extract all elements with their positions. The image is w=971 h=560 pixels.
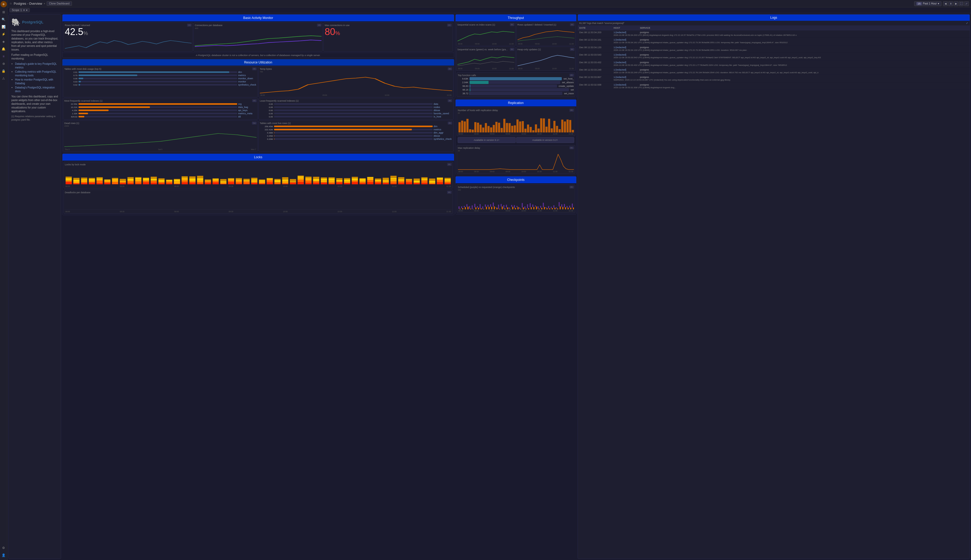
svg-rect-355: [538, 207, 538, 208]
hosts-delay-widget: Number of hosts with replication delay 4…: [457, 107, 575, 136]
svg-rect-241: [437, 180, 443, 182]
svg-rect-75: [182, 182, 187, 184]
svg-rect-313: [482, 207, 483, 209]
svg-rect-92: [205, 181, 211, 182]
checkpoints-header: Checkpoints: [456, 177, 576, 183]
middle-section: Basic Activity Monitor Rows fetched / re…: [62, 14, 454, 559]
svg-rect-33: [112, 179, 118, 180]
svg-rect-235: [429, 184, 435, 184]
sidebar-icon-search[interactable]: 🔍: [0, 16, 7, 23]
svg-rect-263: [490, 127, 492, 132]
prev-btn[interactable]: ◀: [943, 1, 948, 6]
svg-rect-369: [556, 207, 557, 208]
log-entry[interactable]: Dec 08 11:53:34.203 1-[redacted] postgre…: [578, 30, 970, 38]
clone-dashboard-button[interactable]: Clone Dashboard: [47, 1, 72, 6]
svg-rect-146: [290, 182, 296, 183]
sidebar-icon-monitors[interactable]: 🔔: [0, 46, 7, 52]
desc-link-1[interactable]: Datadog's guide to key PostgreSQL metric…: [15, 62, 57, 69]
sidebar-icon-home[interactable]: ⊞: [0, 9, 7, 15]
svg-rect-315: [485, 205, 486, 207]
svg-rect-114: [236, 178, 242, 179]
logs-subheader: 81,587 logs that match "source:postgresq…: [578, 21, 970, 26]
log-entry[interactable]: Dec 08 11:53:33.543 1-[redacted] postgre…: [578, 53, 970, 60]
svg-rect-77: [182, 178, 187, 181]
desc-link-4[interactable]: Datadog's PostgreSQL integration docs: [15, 86, 55, 93]
logs-panel: Logs 81,587 logs that match "source:post…: [578, 14, 970, 559]
func-calls-container: Top function calls 4h 9.63K set_host_ 2.…: [456, 72, 576, 98]
svg-rect-90: [205, 183, 211, 184]
desc-link-2[interactable]: Collecting metrics with PostgreSQL monit…: [15, 70, 56, 77]
svg-rect-173: [329, 178, 335, 181]
sidebar-icon-events[interactable]: ⊛: [0, 60, 7, 67]
svg-rect-239: [429, 178, 435, 181]
scope-tag[interactable]: Scope 1 ✕ ▾: [10, 8, 30, 12]
svg-rect-252: [461, 121, 463, 132]
svg-rect-336: [512, 207, 513, 209]
svg-rect-224: [406, 179, 412, 179]
sidebar-icon-user[interactable]: 👤: [0, 552, 7, 558]
svg-rect-236: [429, 183, 435, 184]
log-entry[interactable]: Dec 08 11:53:34.161 1-[redacted] postgre…: [578, 38, 970, 45]
svg-rect-126: [259, 183, 265, 184]
svg-rect-196: [367, 180, 373, 182]
svg-rect-30: [112, 184, 118, 184]
svg-rect-376: [565, 207, 566, 209]
logs-expand-icon[interactable]: ⤢: [966, 22, 968, 25]
logs-body[interactable]: Dec 08 11:53:34.203 1-[redacted] postgre…: [578, 30, 970, 559]
log-entry[interactable]: Dec 08 11:53:34.133 1-[redacted] postgre…: [578, 45, 970, 53]
log-entry[interactable]: Dec 08 11:53:33.249 1-[redacted] postgre…: [578, 68, 970, 75]
sidebar-icon-settings[interactable]: ⚙: [0, 545, 7, 551]
svg-rect-276: [524, 129, 526, 132]
svg-rect-89: [197, 176, 203, 178]
func-call-row: 9.63K set_host_: [458, 77, 574, 80]
star-icon[interactable]: ☆: [10, 2, 12, 5]
next-btn[interactable]: ▶: [954, 1, 958, 6]
sidebar-icon-alerts[interactable]: ⚠: [0, 75, 7, 82]
dashboard-body: 🐘 PostgreSQL This dashboard provides a h…: [7, 13, 971, 560]
svg-rect-310: [478, 208, 479, 209]
time-selector[interactable]: 1h Past 1 Hour ▾: [914, 1, 941, 6]
sidebar-icon-logs[interactable]: ≡: [0, 53, 7, 60]
svg-rect-358: [541, 208, 542, 209]
svg-rect-35: [120, 183, 126, 184]
checkpoints-chart: [458, 191, 574, 209]
scope-chevron-icon[interactable]: ▾: [26, 9, 27, 12]
svg-rect-340: [518, 207, 518, 209]
svg-rect-295: [458, 207, 460, 209]
svg-rect-356: [538, 208, 540, 209]
scope-label: Scope: [12, 9, 19, 12]
fullscreen-btn[interactable]: ⛶: [959, 1, 964, 6]
time-badge: 1h: [916, 2, 922, 5]
log-entry[interactable]: Dec 08 11:53:33.867 1-[redacted] postgre…: [578, 75, 970, 82]
footnote: (1) Requires relations parameter setting…: [11, 115, 58, 122]
svg-rect-174: [329, 177, 335, 178]
expand-btn[interactable]: ⤢: [964, 1, 969, 6]
sidebar-icon-apm[interactable]: ⚡: [0, 31, 7, 37]
seq-vs-week-chart: [458, 51, 514, 67]
svg-rect-165: [321, 183, 327, 184]
sidebar-icon-infra[interactable]: ◈: [0, 38, 7, 45]
log-entry[interactable]: Dec 08 11:53:33.432 1-[redacted] postgre…: [578, 60, 970, 68]
svg-rect-144: [282, 177, 288, 180]
pause-btn[interactable]: ⏸: [948, 1, 953, 6]
sidebar-icon-dashboards[interactable]: 📊: [0, 24, 7, 30]
svg-rect-380: [570, 208, 571, 209]
svg-rect-364: [549, 208, 550, 209]
svg-rect-85: [197, 183, 203, 184]
svg-rect-287: [553, 121, 555, 132]
svg-rect-188: [352, 178, 358, 180]
svg-rect-42: [127, 181, 134, 182]
desc-link-3[interactable]: How to monitor PostgreSQL with Datadog: [15, 78, 53, 85]
svg-rect-197: [367, 178, 373, 180]
svg-rect-349: [530, 203, 531, 207]
svg-rect-216: [398, 182, 404, 183]
svg-rect-359: [543, 203, 544, 207]
svg-rect-284: [545, 127, 548, 132]
locks-by-mode-chart: [65, 167, 452, 185]
sidebar-icon-security[interactable]: 🔒: [0, 68, 7, 74]
scope-close-icon[interactable]: ✕: [23, 9, 25, 12]
svg-rect-363: [548, 206, 549, 208]
dead-rows-title: Dead rows (1) 1w: [64, 122, 257, 125]
hbar-row: 222.42M metrics: [260, 128, 452, 131]
log-entry[interactable]: Dec 08 11:53:32.938 1-[redacted] postgre…: [578, 83, 970, 90]
